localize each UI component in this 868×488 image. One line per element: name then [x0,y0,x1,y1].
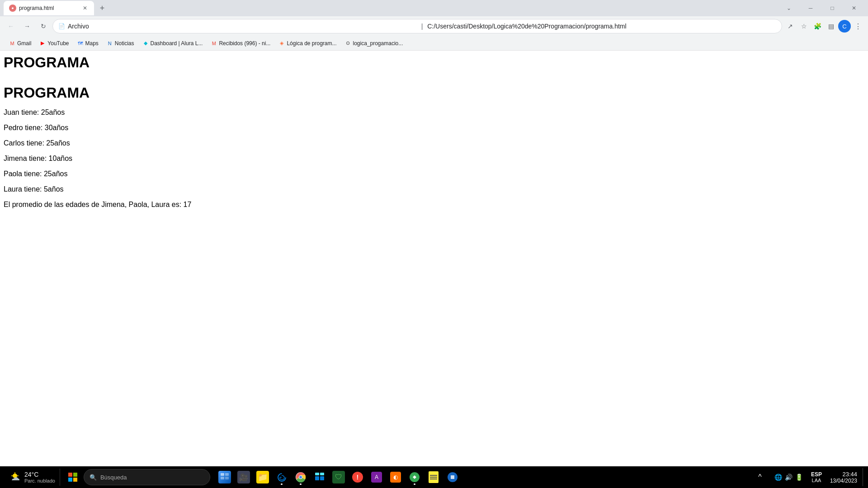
system-icons[interactable]: 🌐 🔊 🔋 [771,472,807,483]
svg-point-13 [299,476,302,479]
taskbar-app-notepad[interactable] [425,468,443,486]
taskbar-right: ^ 🌐 🔊 🔋 ESP LAA 23:44 13/04/2023 [751,468,864,486]
weather-description: Parc. nublado [24,478,55,483]
taskview-icon [218,471,231,483]
address-bar[interactable]: 📄 Archivo | C:/Users/casti/Desktop/Logic… [52,19,782,33]
weather-widget[interactable]: 24°C Parc. nublado [4,469,60,486]
win-logo-green [73,473,77,477]
taskbar-app-malwarebytes[interactable]: 🛡 [330,468,348,486]
store-icon [313,471,326,483]
person-juan: Juan tiene: 25años [4,108,864,117]
bookmark-gmail-label: Gmail [17,40,31,47]
malwarebytes-icon: 🛡 [332,471,345,483]
average-line: El promedio de las edades de Jimena, Pao… [4,201,864,209]
bookmark-logica[interactable]: ◈ Lógica de program... [275,38,340,48]
maximize-button[interactable]: □ [822,0,843,16]
taskbar-search[interactable]: 🔍 Búsqueda [84,469,210,485]
share-button[interactable]: ↗ [784,20,797,33]
taskbar-app-chrome[interactable] [292,468,310,486]
taskbar-app-store[interactable] [311,468,329,486]
win-logo-red [68,473,72,477]
bookmark-dashboard-label: Dashboard | Alura L... [151,40,203,47]
svg-rect-8 [225,477,229,479]
address-separator: | [420,23,425,30]
person-pedro: Pedro tiene: 30años [4,124,864,132]
bookmark-logica-label: Lógica de program... [287,40,336,47]
taskbar-app-last[interactable] [443,468,462,486]
dashboard-icon: ◆ [142,40,149,47]
sidebar-toggle-button[interactable]: ▤ [825,20,837,33]
clock-time: 23:44 [842,471,857,478]
taskbar-app-taskview[interactable] [216,468,234,486]
svg-rect-14 [315,476,319,480]
page-browser-title: PROGRAMA [4,54,864,71]
close-button[interactable]: ✕ [844,0,864,16]
taskview-svg [220,473,229,482]
bookmark-dashboard[interactable]: ◆ Dashboard | Alura L... [139,38,207,48]
person-carlos: Carlos tiene: 25años [4,139,864,147]
taskbar-app-8[interactable]: A [368,468,386,486]
minimize-button[interactable]: ─ [800,0,821,16]
notepad-icon [427,471,440,483]
edge-icon [275,471,288,483]
locale-button[interactable]: ESP LAA [808,470,825,484]
taskbar-apps: 🎥 📁 [216,468,462,486]
taskbar-app-7[interactable]: ! [349,468,367,486]
taskbar-app-files[interactable]: 📁 [254,468,272,486]
extensions-button[interactable]: 🧩 [811,20,824,33]
person-laura: Laura tiene: 5años [4,185,864,193]
taskbar-app-10[interactable] [406,468,424,486]
back-button[interactable]: ← [4,19,18,33]
bookmark-noticias[interactable]: N Noticias [103,38,138,48]
start-button[interactable] [64,468,82,486]
taskbar-search-icon: 🔍 [90,474,97,481]
clock-date: 13/04/2023 [830,478,857,484]
menu-button[interactable]: ⋮ [852,20,864,33]
tab-list-button[interactable]: ⌄ [778,0,799,16]
refresh-button[interactable]: ↻ [36,19,51,33]
bookmark-youtube[interactable]: ▶ YouTube [36,38,72,48]
secure-icon: 📄 [58,23,65,29]
weather-icon [8,470,22,484]
bookmark-gmail[interactable]: M Gmail [5,38,35,48]
taskbar: 24°C Parc. nublado 🔍 Búsqueda [0,466,868,488]
chrome-indicator [300,483,302,485]
profile-button[interactable]: C [838,20,851,33]
weather-info: 24°C Parc. nublado [24,471,55,483]
clock[interactable]: 23:44 13/04/2023 [826,470,861,485]
app10-icon [408,471,421,483]
person-jimena: Jimena tiene: 10años [4,155,864,163]
taskbar-app-9[interactable]: ◐ [387,468,405,486]
gmail-icon: M [9,40,15,47]
bookmark-recibidos-label: Recibidos (996) - ni... [219,40,270,47]
meet-icon: 🎥 [237,471,250,483]
show-hidden-icons-button[interactable]: ^ [751,468,769,486]
app7-icon: ! [351,471,364,483]
content-section: PROGRAMA Juan tiene: 25años Pedro tiene:… [4,84,864,209]
show-desktop-button[interactable] [863,468,864,486]
app9-icon: ◐ [389,471,402,483]
locale-secondary: LAA [812,478,821,483]
bookmark-github[interactable]: ⊙ logica_progamacio... [341,38,407,48]
taskbar-search-placeholder: Búsqueda [100,474,127,481]
battery-icon: 🔋 [795,474,803,481]
new-tab-button[interactable]: + [96,2,108,14]
bookmark-maps[interactable]: 🗺 Maps [74,38,102,48]
bookmark-maps-label: Maps [85,40,99,47]
address-actions: ↗ ☆ 🧩 ▤ C ⋮ [784,20,864,33]
svg-rect-15 [320,476,324,480]
tab-close-button[interactable]: ✕ [81,5,89,12]
forward-button[interactable]: → [20,19,34,33]
app8-icon: A [370,471,383,483]
taskbar-app-edge[interactable] [273,468,291,486]
windows-logo [68,473,77,482]
recibidos-icon: M [211,40,217,47]
bookmark-star-button[interactable]: ☆ [797,20,810,33]
store-svg [314,472,325,483]
active-tab[interactable]: ● programa.html ✕ [4,1,94,15]
bookmark-recibidos[interactable]: M Recibidos (996) - ni... [207,38,274,48]
maps-icon: 🗺 [77,40,84,47]
bookmark-noticias-label: Noticias [115,40,134,47]
taskbar-app-meet[interactable]: 🎥 [235,468,253,486]
svg-rect-17 [320,473,324,475]
